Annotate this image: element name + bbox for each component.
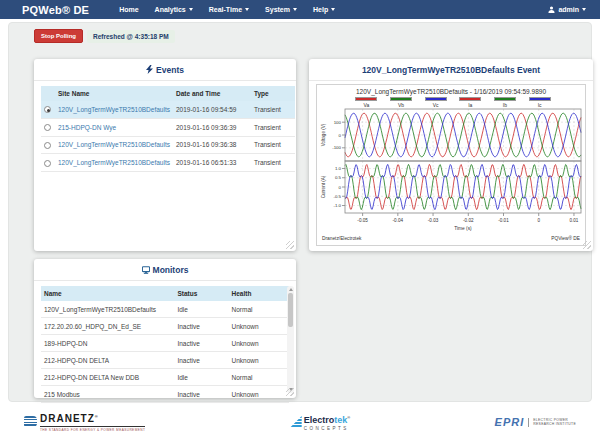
events-header-row: Site Name Date and Time Type xyxy=(41,86,295,101)
app-brand[interactable]: PQWeb® DE xyxy=(22,4,89,16)
scroll-up-icon[interactable] xyxy=(289,288,293,291)
svg-text:Time (s): Time (s) xyxy=(454,226,472,231)
monitor-health: Unknown xyxy=(229,352,289,369)
event-radio[interactable] xyxy=(44,160,51,167)
table-row[interactable]: 215-HDPQ-DN Wye2019-01-16 09:36:39Transi… xyxy=(41,118,295,136)
chevron-down-icon xyxy=(582,8,586,11)
legend-item: Ib xyxy=(494,97,516,108)
event-site[interactable]: 215-HDPQ-DN Wye xyxy=(55,118,173,136)
event-radio[interactable] xyxy=(44,142,51,149)
table-row[interactable]: 120V_LongTermWyeTR2510BDefaultsIdleNorma… xyxy=(41,301,289,318)
monitor-status: Idle xyxy=(174,369,228,386)
epri-name: EPRI xyxy=(495,416,525,428)
col-status[interactable]: Status xyxy=(174,286,228,301)
chevron-down-icon xyxy=(189,8,193,11)
svg-text:0.01: 0.01 xyxy=(569,218,578,223)
user-menu[interactable]: admin xyxy=(548,6,586,13)
table-row[interactable]: 120V_LongTermWyeTR2510BDefaults2019-01-1… xyxy=(41,136,295,154)
chevron-down-icon xyxy=(331,8,335,11)
svg-text:0.5: 0.5 xyxy=(335,175,342,180)
chevron-down-icon xyxy=(293,8,297,11)
table-row[interactable]: 172.20.20.60_HDPQ_DN_Ed_SEInactiveUnknow… xyxy=(41,318,289,335)
waveform-svg: -0.05-0.04-0.03-0.02-0.0100.011000-100Vo… xyxy=(319,108,589,232)
nav-item-system[interactable]: System xyxy=(257,6,305,13)
monitor-health: Normal xyxy=(229,301,289,318)
nav-item-analytics[interactable]: Analytics xyxy=(147,6,201,13)
stop-polling-button[interactable]: Stop Polling xyxy=(34,29,83,43)
table-row[interactable]: 189-HDPQ-DNInactiveUnknown xyxy=(41,335,289,352)
event-radio[interactable] xyxy=(44,124,51,131)
monitors-table: Name Status Health 120V_LongTermWyeTR251… xyxy=(41,286,289,403)
monitor-health: Unknown xyxy=(229,318,289,335)
col-date-time[interactable]: Date and Time xyxy=(173,86,251,101)
resize-grip[interactable] xyxy=(286,241,294,249)
monitor-status: Inactive xyxy=(174,386,228,403)
monitors-panel-header: Monitors xyxy=(34,259,296,281)
electrotek-triangle-icon xyxy=(290,416,302,428)
svg-text:100: 100 xyxy=(334,120,342,125)
table-row[interactable]: 120V_LongTermWyeTR2510BDefaults2019-01-1… xyxy=(41,101,295,118)
table-row[interactable]: 212-HDPQ-DN DELTA New DDBIdleNormal xyxy=(41,369,289,386)
monitor-name: 212-HDPQ-DN DELTA New DDB xyxy=(41,369,174,386)
svg-text:-0.5: -0.5 xyxy=(333,194,341,199)
svg-text:-0.01: -0.01 xyxy=(498,218,509,223)
polling-bar: Stop Polling Refreshed @ 4:35:18 PM xyxy=(34,29,175,43)
events-title: Events xyxy=(156,65,184,75)
legend-swatch xyxy=(390,97,412,101)
event-datetime: 2019-01-16 09:54:59 xyxy=(173,101,251,118)
events-table: Site Name Date and Time Type 120V_LongTe… xyxy=(41,86,295,172)
legend-item: Va xyxy=(355,97,377,108)
event-type: Transient xyxy=(251,118,295,136)
dranetz-icon xyxy=(24,416,37,427)
svg-text:Voltage (V): Voltage (V) xyxy=(321,123,326,146)
legend-item: Ic xyxy=(529,97,551,108)
event-datetime: 2019-01-16 06:51:33 xyxy=(173,154,251,172)
svg-text:1.0: 1.0 xyxy=(335,166,342,171)
nav-menu: HomeAnalyticsReal-TimeSystemHelp xyxy=(111,6,343,13)
monitor-status: Inactive xyxy=(174,352,228,369)
table-row[interactable]: 120V_LongTermWyeTR2510BDefaults2019-01-1… xyxy=(41,154,295,172)
legend-item: Vc xyxy=(425,97,447,108)
monitor-health: Normal xyxy=(229,369,289,386)
table-row[interactable]: 212-HDPQ-DN DELTAInactiveUnknown xyxy=(41,352,289,369)
electrotek-name-light: tek xyxy=(334,415,347,425)
nav-item-home[interactable]: Home xyxy=(111,6,146,13)
epri-line-2: RESEARCH INSTITUTE xyxy=(533,422,576,427)
col-site-name[interactable]: Site Name xyxy=(55,86,173,101)
resize-grip[interactable] xyxy=(583,241,591,249)
monitor-status: Inactive xyxy=(174,318,228,335)
events-table-body: 120V_LongTermWyeTR2510BDefaults2019-01-1… xyxy=(41,101,295,172)
event-type: Transient xyxy=(251,154,295,172)
legend-swatch xyxy=(355,97,377,101)
dranetz-name: DRANETZ xyxy=(40,414,95,425)
waveform-chart: 120V_LongTermWyeTR2510BDefaults - 1/16/2… xyxy=(316,84,586,246)
scrollbar-thumb[interactable] xyxy=(288,293,293,327)
chart-footer-right: PQView® DE xyxy=(551,236,580,241)
nav-item-help[interactable]: Help xyxy=(305,6,343,13)
epri-logo: EPRI ELECTRIC POWER RESEARCH INSTITUTE xyxy=(495,416,576,428)
monitor-status: Inactive xyxy=(174,335,228,352)
monitors-scrollbar[interactable] xyxy=(287,286,294,393)
user-icon xyxy=(548,6,555,13)
col-name[interactable]: Name xyxy=(41,286,174,301)
legend-swatch xyxy=(494,97,516,101)
svg-text:0: 0 xyxy=(537,218,540,223)
col-type[interactable]: Type xyxy=(251,86,295,101)
monitor-name: 189-HDPQ-DN xyxy=(41,335,174,352)
dranetz-logo: DRANETZ® THE STANDARD FOR ENERGY & POWER… xyxy=(24,412,145,431)
nav-item-real-time[interactable]: Real-Time xyxy=(201,6,257,13)
resize-grip[interactable] xyxy=(286,388,294,396)
event-site[interactable]: 120V_LongTermWyeTR2510BDefaults xyxy=(55,101,173,118)
col-health[interactable]: Health xyxy=(229,286,289,301)
monitor-icon xyxy=(142,266,150,274)
dranetz-tagline: THE STANDARD FOR ENERGY & POWER MEASUREM… xyxy=(40,426,145,432)
svg-text:0: 0 xyxy=(339,133,342,138)
table-row[interactable]: 215 ModbusInactiveUnknown xyxy=(41,386,289,403)
chart-legend: VaVbVcIaIbIc xyxy=(319,95,583,108)
svg-text:-0.04: -0.04 xyxy=(393,218,404,223)
event-site[interactable]: 120V_LongTermWyeTR2510BDefaults xyxy=(55,136,173,154)
event-site[interactable]: 120V_LongTermWyeTR2510BDefaults xyxy=(55,154,173,172)
event-radio[interactable] xyxy=(44,106,51,113)
monitor-name: 212-HDPQ-DN DELTA xyxy=(41,352,174,369)
electrotek-logo: Electrotek® CONCEPTS xyxy=(290,413,350,431)
